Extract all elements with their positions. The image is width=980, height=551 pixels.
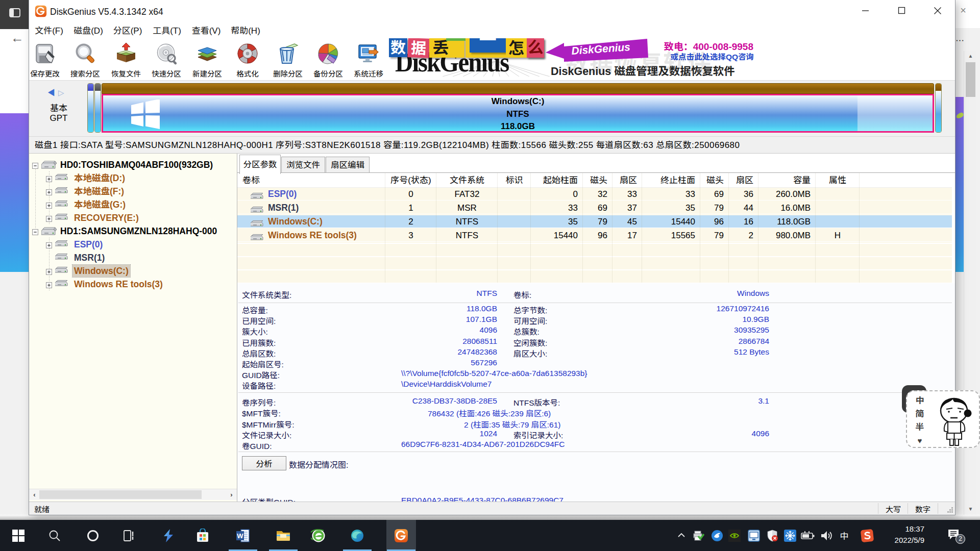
taskbar-app-diskgenius[interactable]: [386, 520, 416, 551]
table-row[interactable]: ESP(0)0FAT3203233336936260.0MB: [237, 188, 952, 201]
column-header[interactable]: 扇区: [612, 173, 642, 187]
back-arrow-icon[interactable]: ←: [9, 30, 26, 46]
column-header[interactable]: 文件系统: [436, 173, 498, 187]
column-header[interactable]: 磁头: [700, 173, 729, 187]
tab-partition-parameters[interactable]: 分区参数: [239, 155, 281, 174]
tab-sector-edit[interactable]: 扇区编辑: [326, 157, 370, 172]
tree-item[interactable]: MSR(1): [29, 251, 237, 264]
taskbar-app-ie[interactable]: [304, 520, 333, 551]
menu-item[interactable]: 工具(T): [152, 23, 182, 39]
tray-ime-indicator[interactable]: 中: [837, 520, 851, 551]
tray-sogou-icon[interactable]: [860, 520, 874, 551]
tray-battery-icon[interactable]: [801, 520, 815, 551]
table-row[interactable]: Windows(C:)2NTFS357945154409616118.0GB: [237, 215, 952, 228]
task-view-button[interactable]: [114, 520, 144, 551]
resize-grip[interactable]: [947, 506, 953, 515]
taskbar-app-lightning[interactable]: [154, 520, 183, 551]
tree-expander[interactable]: [46, 202, 52, 211]
close-button[interactable]: [926, 0, 949, 23]
partition-block-msr[interactable]: [94, 83, 101, 133]
taskbar-clock[interactable]: 18:37 2022/5/9: [886, 520, 924, 551]
tree-expander[interactable]: [46, 241, 52, 251]
column-header[interactable]: 属性: [816, 173, 860, 187]
scrollbar-thumb[interactable]: [966, 62, 975, 97]
ad-banner[interactable]: 数据恢复软件 DiskGenius 数 据 丢 一 怎 么 DiskGenius: [389, 38, 757, 77]
tray-messenger-icon[interactable]: [710, 520, 724, 551]
background-menu-icon[interactable]: ⋯: [955, 34, 968, 42]
start-button[interactable]: [4, 520, 33, 551]
tree-expander[interactable]: [46, 188, 52, 197]
toolbar-button-format[interactable]: 格式化: [233, 40, 262, 79]
toolbar-button-backup[interactable]: 备份分区: [313, 40, 343, 79]
menu-item[interactable]: 文件(F): [34, 23, 64, 39]
tree-expander[interactable]: [32, 162, 38, 171]
tree-expander[interactable]: [46, 268, 52, 277]
toolbar-button-recover[interactable]: 恢复文件: [111, 40, 141, 79]
tab-browse-files[interactable]: 浏览文件: [281, 157, 325, 172]
taskbar-app-store[interactable]: [188, 520, 217, 551]
tree-item[interactable]: 本地磁盘(G:): [29, 198, 237, 211]
tree-item[interactable]: HD0:TOSHIBAMQ04ABF100(932GB): [29, 158, 237, 171]
column-header[interactable]: 终止柱面: [642, 173, 700, 187]
tray-volume-icon[interactable]: [820, 520, 834, 551]
partition-block-re-tools[interactable]: [935, 83, 942, 133]
tree-expander[interactable]: [46, 281, 52, 290]
tray-nvidia-icon[interactable]: [727, 520, 742, 551]
tree-item[interactable]: ESP(0): [29, 238, 237, 251]
scrollbar-thumb[interactable]: [39, 490, 202, 499]
column-header[interactable]: 起始柱面: [531, 173, 583, 187]
cortana-button[interactable]: [78, 520, 108, 551]
scroll-down-icon[interactable]: ▼: [964, 506, 977, 512]
toolbar-button-delete[interactable]: 删除分区: [273, 40, 303, 79]
tray-snowflake-icon[interactable]: [783, 520, 797, 551]
menu-item[interactable]: 查看(V): [191, 23, 221, 39]
menu-item[interactable]: 帮助(H): [231, 23, 260, 39]
tree-horizontal-scrollbar[interactable]: ‹ ›: [29, 489, 237, 500]
column-header[interactable]: 序号(状态): [385, 173, 436, 187]
tray-intel-graphics-icon[interactable]: [747, 520, 761, 551]
taskbar-search[interactable]: [40, 520, 69, 551]
tree-item[interactable]: Windows(C:): [29, 264, 237, 278]
taskbar-app-explorer[interactable]: [268, 520, 298, 551]
toolbar-button-quick[interactable]: 快速分区: [152, 40, 181, 79]
column-header[interactable]: 标识: [498, 173, 531, 187]
analyze-button[interactable]: 分析: [242, 456, 286, 470]
table-row[interactable]: MSR(1)1MSR33693735794416.0MB: [237, 202, 952, 214]
column-header[interactable]: 扇区: [729, 173, 758, 187]
menu-item[interactable]: 分区(P): [113, 23, 142, 39]
tray-security-shield-icon[interactable]: [765, 520, 779, 551]
scroll-right-icon[interactable]: ›: [227, 489, 236, 500]
column-header[interactable]: 卷标: [240, 173, 385, 187]
scroll-up-icon[interactable]: ▲: [964, 53, 977, 59]
taskbar-app-edge[interactable]: [342, 520, 372, 551]
taskbar-app-word[interactable]: W: [228, 520, 258, 551]
tray-chevron-up-icon[interactable]: [674, 520, 689, 551]
partition-block-windows-c[interactable]: Windows(C:) NTFS 118.0GB: [102, 83, 934, 133]
menu-item[interactable]: 磁盘(D): [74, 23, 103, 39]
tray-printer-icon[interactable]: [691, 520, 705, 551]
title-bar[interactable]: DiskGenius V5.4.3.1342 x64: [29, 0, 955, 23]
tree-item[interactable]: RECOVERY(E:): [29, 211, 237, 224]
nav-right-icon[interactable]: ▷: [58, 88, 64, 97]
nav-left-icon[interactable]: ◀: [47, 88, 55, 97]
maximize-button[interactable]: [890, 0, 913, 23]
tree-expander[interactable]: [32, 228, 38, 237]
tree-expander[interactable]: [46, 215, 52, 224]
column-header[interactable]: 磁头: [583, 173, 612, 187]
tree-item[interactable]: Windows RE tools(3): [29, 278, 237, 291]
tree-expander[interactable]: [46, 175, 52, 184]
toolbar-button-save[interactable]: 保存更改: [30, 40, 60, 79]
toolbar-button-migrate[interactable]: 系统迁移: [354, 40, 383, 79]
notification-center-button[interactable]: 2: [943, 520, 967, 551]
scroll-left-icon[interactable]: ‹: [30, 489, 39, 500]
background-close-icon[interactable]: ×: [958, 5, 968, 15]
table-row[interactable]: Windows RE tools(3)3NTFS1544096171556579…: [237, 229, 952, 242]
tree-item[interactable]: HD1:SAMSUNGMZNLN128HAHQ-000: [29, 224, 237, 238]
tree-item[interactable]: 本地磁盘(F:): [29, 185, 237, 198]
minimize-button[interactable]: [853, 0, 877, 23]
column-header[interactable]: 容量: [758, 173, 816, 187]
partition-block-esp[interactable]: [87, 83, 94, 133]
tree-item[interactable]: 本地磁盘(D:): [29, 171, 237, 185]
toolbar-button-search[interactable]: 搜索分区: [70, 40, 100, 79]
toolbar-button-newpart[interactable]: 新建分区: [192, 40, 222, 79]
